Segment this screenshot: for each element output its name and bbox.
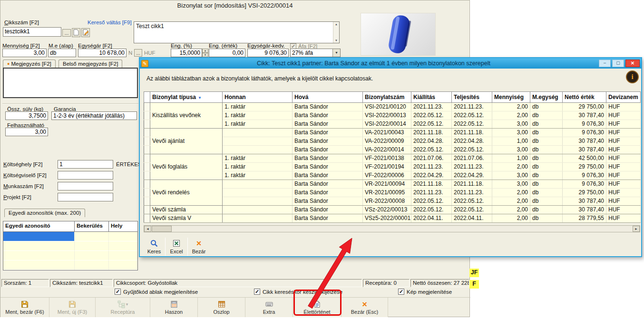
column-header[interactable]: Bizonylat típusa▼ — [150, 92, 223, 103]
table-cell[interactable]: 29 750,00 — [563, 103, 606, 111]
table-cell[interactable]: 3,00 — [492, 171, 530, 180]
table-cell[interactable]: Barta Sándor — [293, 154, 363, 163]
kereso-valtas-link[interactable]: Kereső váltás [F9] — [88, 20, 132, 25]
table-cell[interactable]: 2021.11.23. — [411, 163, 452, 171]
table-cell[interactable]: 1. raktár — [223, 171, 293, 180]
table-cell[interactable]: db — [530, 214, 563, 223]
table-cell[interactable]: db — [530, 154, 563, 163]
elettortenet-button[interactable]: Élettörténet — [293, 298, 342, 317]
table-cell[interactable]: 2021.11.23. — [452, 189, 492, 197]
table-cell[interactable] — [223, 146, 293, 154]
row-grip[interactable] — [144, 197, 150, 206]
table-cell[interactable]: VF-2021/00138 — [363, 154, 411, 163]
table-cell[interactable]: VF-2022/00006 — [363, 171, 411, 180]
egyedi-table-row[interactable] — [3, 251, 137, 260]
document-type-group-cell[interactable]: Kiszállítás vevőnek — [150, 103, 223, 129]
table-cell[interactable]: 30 787,40 — [563, 206, 606, 214]
table-cell[interactable]: VSI-2022/00013 — [363, 111, 411, 120]
table-cell[interactable]: 3,00 — [492, 120, 530, 129]
egyedi-selected-cell[interactable] — [3, 232, 75, 241]
table-cell[interactable]: 2,00 — [492, 111, 530, 120]
dialog-bezar-button[interactable]: ✕Bezár — [188, 236, 209, 257]
table-cell[interactable]: 2022.05.12. — [411, 197, 452, 206]
table-cell[interactable]: 30 787,40 — [563, 137, 606, 146]
table-cell[interactable]: Barta Sándor — [293, 163, 363, 171]
table-cell[interactable]: 1. raktár — [223, 120, 293, 129]
table-cell[interactable]: 2022.04.11. — [411, 214, 452, 223]
table-cell[interactable]: 1,00 — [492, 137, 530, 146]
mennyiseg-input[interactable]: 3,00 — [2, 49, 47, 57]
table-cell[interactable]: HUF — [606, 103, 641, 111]
table-cell[interactable]: HUF — [606, 120, 641, 129]
egyedi-cell[interactable] — [109, 260, 137, 270]
row-grip[interactable] — [144, 171, 150, 180]
document-type-group-cell[interactable]: Vevői foglalás — [150, 154, 223, 180]
tab-megjegyzes[interactable]: ● Megjegyzés [F2] — [3, 60, 56, 68]
ment-uj-button[interactable]: Ment, új (F3) — [49, 298, 96, 317]
table-cell[interactable]: 2022.05.12. — [411, 206, 452, 214]
spin-up-icon[interactable]: ▲ — [202, 49, 208, 53]
info-icon[interactable]: i — [626, 70, 639, 83]
table-cell[interactable]: db — [530, 137, 563, 146]
table-cell[interactable]: Barta Sándor — [293, 180, 363, 189]
scroll-left-icon[interactable]: ◄ — [144, 226, 151, 232]
egyedi-table-row[interactable] — [3, 241, 137, 251]
checkbox-box[interactable]: ✓ — [398, 289, 404, 295]
table-cell[interactable]: VSI-2021/00120 — [363, 103, 411, 111]
tab-egyedi-azonositok[interactable]: Egyedi azonosítók (max. 200) — [4, 209, 85, 217]
dialog-maximize-button[interactable]: ▢ — [612, 60, 624, 67]
table-cell[interactable]: db — [530, 197, 563, 206]
table-cell[interactable]: db — [530, 146, 563, 154]
table-cell[interactable]: 2021.11.23. — [411, 103, 452, 111]
table-cell[interactable]: 2021.11.23. — [452, 103, 492, 111]
table-cell[interactable]: db — [530, 189, 563, 197]
table-cell[interactable]: 2,00 — [492, 189, 530, 197]
table-cell[interactable]: 9 076,30 — [563, 129, 606, 137]
document-type-group-cell[interactable]: Vevői számla — [150, 206, 223, 214]
table-cell[interactable]: 2022.05.12. — [411, 120, 452, 129]
keres-button[interactable]: Keres — [144, 236, 165, 257]
table-cell[interactable]: HUF — [606, 154, 641, 163]
oszlop-button[interactable]: Oszlop — [198, 298, 245, 317]
row-grip[interactable] — [144, 214, 150, 223]
eng-pct-input[interactable]: 15,0000 — [171, 49, 202, 57]
table-cell[interactable]: 2022.05.12. — [452, 197, 492, 206]
table-cell[interactable]: 2022.04.28. — [452, 137, 492, 146]
row-grip[interactable] — [144, 146, 150, 154]
table-cell[interactable]: 2022.04.11. — [452, 214, 492, 223]
table-cell[interactable]: 30 787,40 — [563, 146, 606, 154]
table-cell[interactable]: 2,00 — [492, 214, 530, 223]
tab-belso-megjegyzes[interactable]: Belső megjegyzés [F2] — [59, 60, 122, 68]
table-cell[interactable]: VR-2021/00094 — [363, 180, 411, 189]
felhasznalhato-input[interactable]: 3,00 — [5, 128, 48, 136]
table-cell[interactable]: HUF — [606, 206, 641, 214]
table-cell[interactable]: 2022.04.29. — [411, 171, 452, 180]
egyedi-cell[interactable] — [109, 251, 137, 260]
row-grip[interactable] — [144, 137, 150, 146]
column-header[interactable]: Devizanem — [606, 92, 641, 103]
table-cell[interactable]: 2022.05.12. — [452, 111, 492, 120]
egysegar-input[interactable]: 10 678,00 — [78, 49, 127, 57]
table-cell[interactable]: VF-2021/00194 — [363, 163, 411, 171]
vertical-scrollbar[interactable]: ▲▼ — [333, 22, 339, 43]
table-cell[interactable]: VR-2021/00095 — [363, 189, 411, 197]
column-header[interactable]: Kiállítás — [411, 92, 452, 103]
table-row[interactable]: Vevői számla VBarta SándorVSz5-2022/0000… — [144, 214, 641, 223]
table-cell[interactable]: db — [530, 120, 563, 129]
table-cell[interactable]: 42 500,00 — [563, 154, 606, 163]
table-cell[interactable]: Barta Sándor — [293, 189, 363, 197]
table-cell[interactable]: HUF — [606, 171, 641, 180]
table-cell[interactable]: 2021.11.23. — [452, 163, 492, 171]
table-row[interactable]: Kiszállítás vevőnek1. raktárBarta Sándor… — [144, 103, 641, 111]
table-cell[interactable]: VSI-2022/00014 — [363, 120, 411, 129]
table-cell[interactable]: 9 076,30 — [563, 180, 606, 189]
table-cell[interactable] — [223, 189, 293, 197]
table-cell[interactable]: 2022.04.28. — [411, 137, 452, 146]
spin-down-icon[interactable]: ▼ — [202, 53, 208, 57]
column-header[interactable]: Nettó érték — [563, 92, 606, 103]
table-cell[interactable]: db — [530, 180, 563, 189]
ossz-suly-input[interactable]: 3,7500 — [5, 111, 48, 120]
cikkszam-input[interactable]: tesztcikk1 — [3, 27, 61, 37]
table-cell[interactable]: Barta Sándor — [293, 171, 363, 180]
column-header[interactable]: Bizonylatszám — [363, 92, 411, 103]
